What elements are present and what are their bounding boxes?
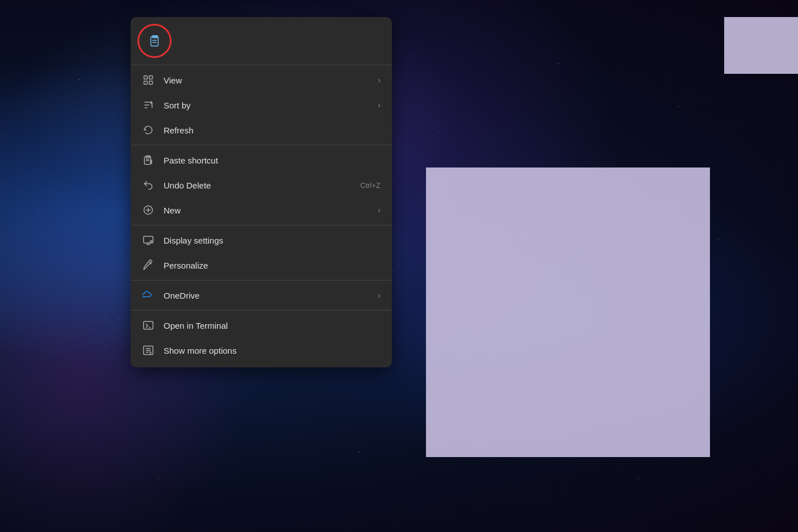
- new-icon: [142, 204, 154, 216]
- sort-by-arrow: ›: [378, 100, 381, 110]
- refresh-label: Refresh: [164, 125, 381, 135]
- show-more-label: Show more options: [164, 346, 381, 355]
- menu-item-refresh[interactable]: Refresh: [131, 118, 392, 143]
- context-menu: View › Sort by › Refresh: [131, 17, 392, 367]
- personalize-icon: [142, 259, 154, 271]
- paste-icon-wrapper: [140, 26, 169, 56]
- paste-shortcut-icon: [142, 154, 154, 166]
- new-arrow: ›: [378, 206, 381, 215]
- onedrive-icon: [142, 289, 154, 301]
- svg-point-23: [150, 241, 152, 242]
- svg-rect-25: [144, 321, 153, 329]
- menu-item-show-more[interactable]: Show more options: [131, 338, 392, 363]
- menu-item-open-terminal[interactable]: Open in Terminal: [131, 313, 392, 338]
- sort-by-label: Sort by: [164, 100, 369, 110]
- svg-rect-7: [144, 81, 148, 85]
- display-settings-label: Display settings: [164, 236, 381, 245]
- svg-rect-8: [149, 81, 153, 85]
- refresh-icon: [142, 124, 154, 136]
- terminal-label: Open in Terminal: [164, 321, 381, 330]
- purple-rect-main: [426, 167, 710, 457]
- new-label: New: [164, 206, 369, 215]
- menu-item-new[interactable]: New ›: [131, 198, 392, 223]
- divider-2: [131, 225, 392, 225]
- view-label: View: [164, 76, 369, 85]
- svg-rect-0: [152, 36, 157, 38]
- terminal-icon: [142, 319, 154, 332]
- menu-item-undo-delete[interactable]: Undo Delete Ctrl+Z: [131, 173, 392, 198]
- purple-rect-top: [724, 17, 798, 74]
- undo-delete-icon: [142, 179, 154, 191]
- undo-delete-label: Undo Delete: [164, 181, 351, 190]
- divider-4: [131, 310, 392, 311]
- view-icon: [142, 74, 154, 86]
- svg-rect-6: [149, 76, 153, 79]
- view-arrow: ›: [378, 76, 381, 85]
- divider-3: [131, 280, 392, 280]
- svg-rect-5: [144, 76, 148, 79]
- show-more-icon: [142, 344, 154, 357]
- onedrive-label: OneDrive: [164, 291, 369, 300]
- menu-item-sort-by[interactable]: Sort by ›: [131, 93, 392, 118]
- menu-item-paste-shortcut[interactable]: Paste shortcut: [131, 148, 392, 173]
- top-divider: [131, 65, 392, 65]
- onedrive-arrow: ›: [378, 291, 381, 300]
- menu-item-personalize[interactable]: Personalize: [131, 253, 392, 278]
- menu-item-onedrive[interactable]: OneDrive ›: [131, 283, 392, 308]
- context-menu-top-icons: [131, 22, 392, 62]
- svg-rect-2: [152, 36, 157, 38]
- divider-1: [131, 145, 392, 145]
- paste-clipboard-icon[interactable]: [143, 29, 166, 53]
- sort-by-icon: [142, 99, 154, 111]
- personalize-label: Personalize: [164, 261, 381, 270]
- menu-item-display-settings[interactable]: Display settings: [131, 228, 392, 253]
- paste-shortcut-label: Paste shortcut: [164, 156, 381, 165]
- svg-rect-1: [151, 37, 158, 47]
- display-settings-icon: [142, 234, 154, 246]
- undo-delete-shortcut: Ctrl+Z: [360, 181, 381, 190]
- menu-item-view[interactable]: View ›: [131, 68, 392, 93]
